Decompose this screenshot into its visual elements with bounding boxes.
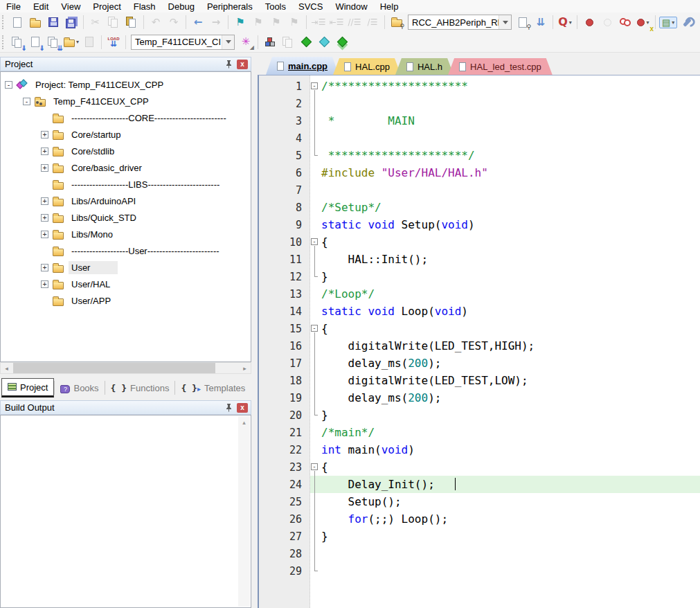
tree-item[interactable]: +User [1, 259, 251, 276]
tree-item[interactable]: +Libs/Mono [1, 226, 251, 242]
collapse-minus-icon[interactable]: - [5, 81, 12, 89]
tree-item[interactable]: -------------------User-----------------… [1, 242, 251, 259]
tree-item[interactable]: +Libs/Quick_STD [1, 209, 251, 226]
line-number[interactable]: 16 [259, 340, 310, 352]
line-number[interactable]: 29 [259, 565, 310, 578]
panel-tab-functions[interactable]: { }Functions [105, 378, 175, 397]
find-magnifier[interactable]: Q▾ [557, 14, 573, 30]
line-number[interactable]: 6 [259, 167, 310, 179]
line-number[interactable]: 4 [259, 132, 310, 145]
tree-item[interactable]: +Core/basic_driver [1, 159, 251, 176]
code-line[interactable]: 10-{ [259, 233, 700, 251]
manage-books[interactable] [280, 34, 296, 51]
line-number[interactable]: 23 [259, 461, 310, 474]
close-icon[interactable]: x [237, 403, 248, 413]
outdent[interactable]: ⇤☰ [328, 14, 345, 30]
window-layout[interactable]: ▤▾ [659, 14, 677, 30]
expand-plus-icon[interactable]: + [41, 164, 48, 172]
code-line[interactable]: 3 * MAIN [259, 112, 700, 129]
code-line[interactable]: 27} [259, 528, 700, 545]
code-text[interactable]: { [321, 320, 700, 337]
editor-tab-HAL_led_test.cpp[interactable]: HAL_led_test.cpp [448, 58, 553, 75]
save[interactable] [45, 14, 62, 30]
code-text[interactable]: static void Setup(void) [321, 216, 700, 233]
editor-tab-main.cpp[interactable]: main.cpp [266, 57, 339, 75]
line-number[interactable]: 8 [259, 202, 310, 214]
options-for-target[interactable]: ✳◢ [237, 34, 254, 51]
select-software-packs[interactable] [298, 34, 314, 51]
paste[interactable] [123, 14, 140, 30]
stop-build[interactable] [81, 34, 98, 51]
code-text[interactable]: } [321, 406, 700, 424]
expand-plus-icon[interactable]: + [41, 264, 48, 271]
code-line[interactable]: 28 [259, 545, 700, 562]
code-line[interactable]: 19 delay_ms(200); [259, 389, 700, 406]
scroll-up-icon[interactable]: ▴ [238, 416, 250, 428]
line-number[interactable]: 13 [259, 288, 310, 301]
pin-icon[interactable] [225, 403, 233, 412]
tree-item[interactable]: -Project: Temp_F411CEUX_CPP [1, 76, 251, 93]
code-line[interactable]: 8/*Setup*/ [259, 199, 700, 216]
code-line[interactable]: 2 [259, 95, 700, 112]
menu-item-svcs[interactable]: SVCS [292, 1, 329, 12]
menu-item-edit[interactable]: Edit [27, 1, 55, 12]
chevron-down-icon[interactable] [499, 15, 511, 29]
undo[interactable]: ↶ [147, 14, 164, 30]
code-text[interactable]: #include "User/HAL/HAL.h" [321, 164, 700, 181]
panel-tab-templates[interactable]: { }▸Templates [175, 378, 251, 397]
tree-item[interactable]: User/APP [1, 292, 251, 309]
code-text[interactable]: delay_ms(200); [321, 389, 700, 406]
line-number[interactable]: 19 [259, 392, 310, 404]
menu-item-flash[interactable]: Flash [127, 1, 162, 12]
line-number[interactable]: 22 [259, 444, 310, 456]
line-number[interactable]: 24 [259, 479, 310, 491]
prev-bookmark[interactable]: ⚑ [268, 14, 285, 30]
line-number[interactable]: 9 [259, 219, 310, 231]
chevron-down-icon[interactable]: ▾ [76, 39, 79, 45]
code-text[interactable]: delay_ms(200); [321, 355, 700, 372]
code-text[interactable]: static void Loop(void) [321, 303, 700, 320]
code-editor[interactable]: 1-/*********************23 * MAIN45 ****… [258, 75, 700, 608]
expand-plus-icon[interactable]: + [41, 214, 48, 222]
panel-splitter[interactable] [251, 57, 258, 608]
build-target[interactable]: ⇓ [27, 34, 44, 51]
panel-tab-books[interactable]: ?Books [55, 378, 104, 397]
expand-plus-icon[interactable]: + [41, 280, 48, 288]
code-text[interactable]: /*Loop*/ [321, 285, 700, 303]
code-line[interactable]: 21/*main*/ [259, 424, 700, 441]
line-number[interactable]: 12 [259, 271, 310, 283]
line-number[interactable]: 3 [259, 115, 310, 127]
batch-build[interactable]: ▾ [63, 34, 80, 51]
line-number[interactable]: 26 [259, 513, 310, 526]
expand-plus-icon[interactable]: + [41, 197, 48, 205]
tree-item[interactable]: -------------------LIBS-----------------… [1, 176, 251, 193]
line-number[interactable]: 21 [259, 427, 310, 439]
code-line[interactable]: 1-/********************* [259, 78, 700, 95]
code-text[interactable]: /********************* [321, 78, 700, 95]
code-text[interactable]: /*Setup*/ [321, 199, 700, 216]
fold-collapse-icon[interactable]: - [310, 78, 321, 95]
line-number[interactable]: 18 [259, 375, 310, 387]
fold-collapse-icon[interactable]: - [310, 320, 321, 337]
code-line[interactable]: 29 [259, 562, 700, 580]
expand-plus-icon[interactable]: + [41, 147, 48, 155]
line-number[interactable]: 28 [259, 548, 310, 560]
build-output-vscrollbar[interactable]: ▴ [238, 416, 250, 607]
disable-breakpoint[interactable] [599, 14, 616, 30]
code-text[interactable]: digitalWrite(LED_TEST,HIGH); [321, 337, 700, 355]
open-file[interactable] [27, 14, 44, 30]
menu-item-view[interactable]: View [55, 1, 87, 12]
build-output-content[interactable]: ▴ [0, 415, 251, 608]
code-line[interactable]: 26 for(;;) Loop(); [259, 510, 700, 528]
translate-file[interactable]: ⇓ [9, 34, 26, 51]
save-all[interactable] [63, 14, 80, 30]
toolbar-grip[interactable] [2, 35, 6, 49]
tree-item[interactable]: +Core/stdlib [1, 143, 251, 159]
code-text[interactable]: Delay_Init(); [321, 476, 700, 493]
menu-item-file[interactable]: File [0, 1, 27, 12]
rebuild-all[interactable]: ⇊ [45, 34, 62, 51]
tree-item[interactable]: +Libs/ArduinoAPI [1, 193, 251, 209]
line-number[interactable]: 17 [259, 357, 310, 370]
code-line[interactable]: 15-{ [259, 320, 700, 337]
editor-tab-HAL.h[interactable]: HAL.h [395, 58, 454, 75]
